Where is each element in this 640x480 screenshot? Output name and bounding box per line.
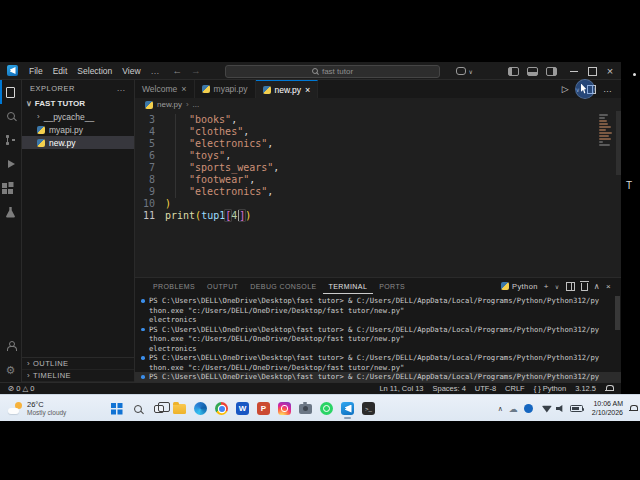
code-line[interactable]: 10) — [135, 198, 621, 210]
system-tray-group[interactable] — [539, 403, 586, 415]
chat-dropdown-icon[interactable]: ∨ — [469, 68, 473, 75]
code-line-active[interactable]: 11print(tup1[4]) — [135, 210, 621, 222]
tab-terminal[interactable]: TERMINAL — [323, 278, 374, 294]
instagram-icon[interactable] — [275, 398, 294, 419]
chrome-icon[interactable] — [212, 398, 231, 419]
minimap[interactable] — [599, 114, 615, 147]
notification-center-icon[interactable] — [629, 405, 637, 413]
tab-debug-console[interactable]: DEBUG CONSOLE — [244, 278, 322, 294]
tray-app-icon[interactable] — [524, 404, 533, 413]
file-myapi[interactable]: myapi.py — [22, 123, 134, 136]
maximize-button[interactable] — [583, 62, 601, 80]
menu-view[interactable]: View — [117, 62, 145, 80]
weather-widget[interactable]: 26°C Mostly cloudy — [0, 395, 74, 421]
code-editor[interactable]: 3"books", 4"clothes", 5"electronics", 6"… — [135, 111, 621, 277]
terminal-row: PS C:\Users\DELL\OneDrive\Desktop\fast t… — [149, 296, 621, 306]
menu-file[interactable]: File — [24, 62, 48, 80]
minimize-button[interactable] — [565, 62, 583, 80]
terminal-output[interactable]: PS C:\Users\DELL\OneDrive\Desktop\fast t… — [135, 294, 621, 382]
taskbar-search-icon[interactable] — [128, 398, 147, 419]
timeline-section[interactable]: › TIMELINE — [22, 370, 134, 382]
forward-icon[interactable]: → — [191, 65, 201, 76]
code-line[interactable]: 3"books", — [135, 114, 621, 126]
source-control-icon[interactable] — [0, 128, 21, 152]
tab-welcome[interactable]: Welcome — [135, 80, 195, 98]
code-line[interactable]: 5"electronics", — [135, 138, 621, 150]
python-version[interactable]: 3.12.5 — [575, 384, 596, 393]
code-line[interactable]: 6"toys", — [135, 150, 621, 162]
language-mode[interactable]: { } Python — [534, 384, 566, 393]
testing-icon[interactable] — [0, 200, 21, 224]
code-line[interactable]: 4"clothes", — [135, 126, 621, 138]
explorer-header: EXPLORER — [30, 84, 75, 93]
tray-overflow-icon[interactable]: ∧ — [498, 405, 503, 413]
menu-edit[interactable]: Edit — [48, 62, 73, 80]
root-folder[interactable]: ∨ FAST TUTOR — [22, 96, 134, 110]
outline-section[interactable]: › OUTLINE — [22, 358, 134, 370]
problems-status[interactable]: ⊘ 0 △ 0 — [8, 384, 34, 393]
file-pycache[interactable]: › __pycache__ — [22, 110, 134, 123]
close-tab-icon[interactable] — [181, 84, 186, 94]
menu-overflow-icon[interactable]: … — [146, 66, 165, 76]
run-python-file-icon[interactable]: ▷ — [562, 84, 569, 94]
screen-artifact-dot — [633, 73, 636, 76]
camera-icon[interactable] — [296, 398, 315, 419]
code-line[interactable]: 8"footwear", — [135, 174, 621, 186]
breadcrumb[interactable]: new.py › ... — [135, 98, 621, 111]
terminal-profile[interactable]: Python — [501, 282, 538, 291]
close-button[interactable] — [601, 62, 619, 80]
explorer-more-icon[interactable]: … — [117, 83, 127, 93]
account-icon[interactable] — [0, 334, 21, 358]
onedrive-icon[interactable]: ☁ — [509, 404, 518, 414]
menu-selection[interactable]: Selection — [72, 62, 117, 80]
start-button[interactable] — [107, 398, 126, 419]
toggle-sidebar-icon[interactable] — [508, 67, 519, 76]
close-panel-icon[interactable]: × — [606, 282, 611, 291]
vscode-taskbar-icon[interactable] — [338, 398, 357, 419]
clock[interactable]: 10:06 AM 2/10/2026 — [592, 400, 623, 417]
terminal-scrollbar[interactable] — [615, 296, 620, 330]
powerpoint-icon[interactable]: P — [254, 398, 273, 419]
file-newpy[interactable]: new.py — [22, 136, 134, 149]
tab-output[interactable]: OUTPUT — [201, 278, 244, 294]
search-view-icon[interactable] — [0, 104, 21, 128]
code-line[interactable]: 7"sports_wears", — [135, 162, 621, 174]
maximize-panel-icon[interactable]: ∧ — [594, 282, 600, 291]
whatsapp-icon[interactable] — [317, 398, 336, 419]
kill-terminal-icon[interactable] — [581, 283, 588, 291]
search-input[interactable]: fast tutor — [225, 65, 440, 78]
new-terminal-icon[interactable]: + — [544, 282, 549, 291]
extensions-icon[interactable] — [0, 176, 21, 200]
word-icon[interactable]: W — [233, 398, 252, 419]
tab-newpy[interactable]: new.py — [256, 80, 319, 98]
chevron-right-icon: › — [37, 112, 40, 121]
eol-mode[interactable]: CRLF — [505, 384, 525, 393]
terminal-app-icon[interactable]: >_ — [359, 398, 378, 419]
cursor-position[interactable]: Ln 11, Col 13 — [379, 384, 423, 393]
settings-gear-icon[interactable]: ⚙ — [0, 358, 21, 382]
code-line[interactable]: 9"electronics", — [135, 186, 621, 198]
explorer-icon[interactable] — [0, 80, 21, 104]
tab-ports[interactable]: PORTS — [373, 278, 411, 294]
encoding[interactable]: UTF-8 — [475, 384, 496, 393]
task-view-icon[interactable] — [149, 398, 168, 419]
run-debug-icon[interactable] — [0, 152, 21, 176]
editor-more-icon[interactable]: … — [603, 84, 613, 94]
tab-myapi[interactable]: myapi.py — [195, 80, 256, 98]
python-terminal-icon — [501, 282, 509, 290]
editor-group: Welcome myapi.py new.py ▷ ∨ … — [135, 80, 621, 382]
notifications-bell-icon[interactable] — [605, 385, 613, 393]
tab-problems[interactable]: PROBLEMS — [147, 278, 201, 294]
command-decoration-icon — [141, 299, 145, 303]
terminal-dropdown-icon[interactable]: ∨ — [555, 283, 560, 290]
split-terminal-icon[interactable] — [566, 282, 575, 291]
toggle-panel-icon[interactable] — [527, 67, 538, 76]
back-icon[interactable]: ← — [173, 65, 183, 76]
toggle-secondary-sidebar-icon[interactable] — [546, 67, 557, 76]
file-explorer-icon[interactable] — [170, 398, 189, 419]
close-tab-icon[interactable] — [305, 85, 310, 95]
editor-scrollbar[interactable] — [616, 111, 621, 175]
chat-icon[interactable] — [456, 67, 466, 75]
indentation[interactable]: Spaces: 4 — [432, 384, 465, 393]
edge-icon[interactable] — [191, 398, 210, 419]
